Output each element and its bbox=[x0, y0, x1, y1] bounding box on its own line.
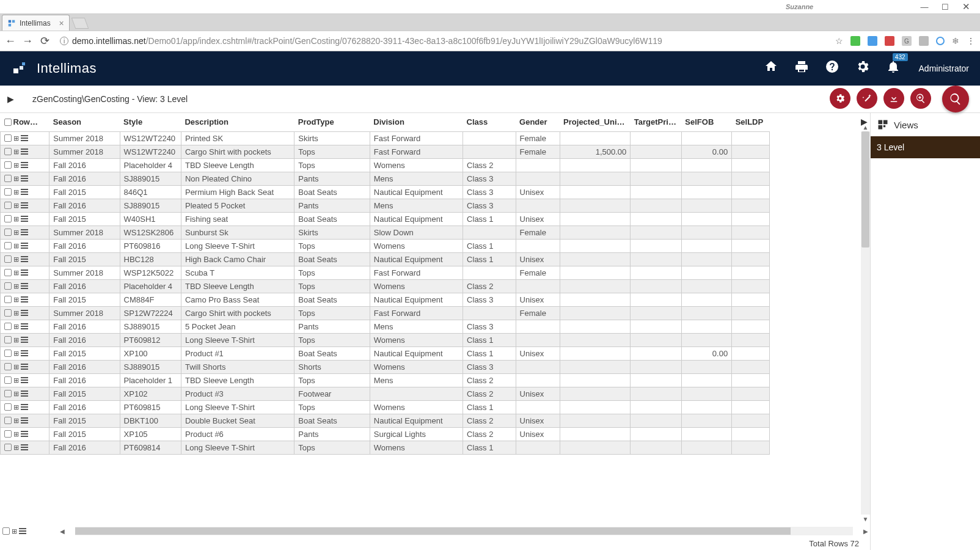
row-controls[interactable]: ⊞ bbox=[4, 336, 45, 344]
table-row[interactable]: ⊞Fall 2016SJ889015Pleated 5 PocketPantsM… bbox=[1, 199, 770, 212]
row-controls[interactable]: ⊞ bbox=[4, 188, 45, 196]
browser-menu-icon[interactable]: ⋮ bbox=[967, 36, 975, 46]
column-header-target[interactable]: TargetPri… bbox=[631, 113, 681, 131]
settings-gear-button[interactable] bbox=[830, 88, 850, 109]
column-header-selldp[interactable]: SelLDP bbox=[732, 113, 770, 131]
extension-icon[interactable] bbox=[936, 37, 945, 45]
table-row[interactable]: ⊞Summer 2018WS12WT2240Printed SKSkirtsFa… bbox=[1, 131, 770, 145]
table-row[interactable]: ⊞Fall 2016Placeholder 4TBD Sleeve Length… bbox=[1, 279, 770, 293]
download-button[interactable] bbox=[883, 88, 904, 109]
row-controls[interactable]: ⊞ bbox=[4, 390, 45, 398]
app-logo[interactable]: Intellimas bbox=[11, 60, 97, 77]
row-controls[interactable]: ⊞ bbox=[4, 255, 45, 263]
table-row[interactable]: ⊞Fall 2016PT609815Long Sleeve T-ShirtTop… bbox=[1, 400, 770, 414]
column-header-class[interactable]: Class bbox=[463, 113, 516, 131]
extension-icon[interactable]: ❄ bbox=[952, 36, 959, 46]
url-input[interactable]: i demo.intellimas.net/Demo01/app/index.c… bbox=[56, 34, 829, 48]
row-controls[interactable]: ⊞ bbox=[4, 229, 45, 237]
table-row[interactable]: ⊞Fall 2015846Q1Permium High Back SeatBoa… bbox=[1, 185, 770, 199]
vertical-scrollbar[interactable]: ▲ ▼ bbox=[861, 131, 870, 515]
table-row[interactable]: ⊞Summer 2018WSP12K5022Scuba TTopsFast Fo… bbox=[1, 266, 770, 279]
extension-icon[interactable]: G bbox=[902, 36, 912, 46]
settings-icon[interactable] bbox=[855, 59, 870, 78]
table-row[interactable]: ⊞Fall 2015XP102Product #3FootwearClass 2… bbox=[1, 387, 770, 400]
table-row[interactable]: ⊞Fall 2016PT609812Long Sleeve T-ShirtTop… bbox=[1, 333, 770, 346]
column-header-division[interactable]: Division bbox=[370, 113, 463, 131]
print-icon[interactable] bbox=[794, 59, 809, 78]
browser-tab[interactable]: Intellimas × bbox=[2, 15, 70, 31]
column-header-projected[interactable]: Projected_Uni… bbox=[560, 113, 631, 131]
row-controls[interactable]: ⊞ bbox=[4, 134, 45, 142]
column-header-description[interactable]: Description bbox=[181, 113, 294, 131]
scroll-left-icon[interactable]: ◀ bbox=[58, 528, 67, 535]
column-header-season[interactable]: Season bbox=[49, 113, 120, 131]
table-row[interactable]: ⊞Fall 2016SJ8890155 Pocket JeanPantsMens… bbox=[1, 320, 770, 333]
row-controls[interactable]: ⊞ bbox=[4, 175, 45, 183]
row-controls[interactable]: ⊞ bbox=[4, 148, 45, 156]
wand-button[interactable] bbox=[857, 88, 877, 109]
table-row[interactable]: ⊞Fall 2015CM884FCamo Pro Bass SeatBoat S… bbox=[1, 293, 770, 306]
back-button[interactable]: ← bbox=[5, 35, 16, 48]
column-header-selfob[interactable]: SelFOB bbox=[681, 113, 731, 131]
search-button[interactable] bbox=[942, 86, 969, 112]
notifications-icon[interactable]: 432 bbox=[886, 59, 901, 78]
home-icon[interactable] bbox=[764, 59, 778, 78]
table-row[interactable]: ⊞Summer 2018WS12SK2806Sunburst SkSkirtsS… bbox=[1, 226, 770, 239]
tab-close-icon[interactable]: × bbox=[59, 18, 64, 28]
row-controls[interactable]: ⊞ bbox=[4, 417, 45, 425]
row-controls[interactable]: ⊞ bbox=[4, 269, 45, 277]
table-row[interactable]: ⊞Fall 2016PT609814Long Sleeve T-ShirtTop… bbox=[1, 441, 770, 454]
scroll-down-icon[interactable]: ▼ bbox=[861, 515, 870, 523]
row-controls[interactable]: ⊞ bbox=[4, 242, 45, 250]
column-header-gender[interactable]: Gender bbox=[516, 113, 560, 131]
extension-icon[interactable] bbox=[868, 36, 877, 46]
row-controls[interactable]: ⊞ bbox=[2, 527, 26, 535]
breadcrumb-expand-icon[interactable]: ▶ bbox=[7, 94, 14, 104]
zoom-button[interactable] bbox=[910, 88, 931, 109]
table-row[interactable]: ⊞Summer 2018SP12W72224Cargo Shirt with p… bbox=[1, 306, 770, 320]
table-row[interactable]: ⊞Fall 2016Placeholder 4TBD Sleeve Length… bbox=[1, 158, 770, 172]
column-header-prodtype[interactable]: ProdType bbox=[294, 113, 370, 131]
reload-button[interactable]: ⟳ bbox=[39, 34, 50, 48]
row-controls[interactable]: ⊞ bbox=[4, 430, 45, 438]
row-controls[interactable]: ⊞ bbox=[4, 215, 45, 223]
table-row[interactable]: ⊞Fall 2016Placeholder 1TBD Sleeve Length… bbox=[1, 373, 770, 387]
horizontal-scrollbar[interactable] bbox=[75, 527, 853, 535]
views-panel-header[interactable]: Views bbox=[871, 113, 980, 136]
row-controls[interactable]: ⊞ bbox=[4, 403, 45, 411]
row-controls[interactable]: ⊞ bbox=[4, 202, 45, 210]
view-item-3-level[interactable]: 3 Level bbox=[871, 136, 980, 158]
row-controls[interactable]: ⊞ bbox=[4, 282, 45, 290]
scrollbar-thumb[interactable] bbox=[861, 131, 869, 248]
extension-icon[interactable] bbox=[850, 36, 860, 46]
table-row[interactable]: ⊞Fall 2016SJ889015Twill ShortsShortsWome… bbox=[1, 360, 770, 373]
user-role-label[interactable]: Administrator bbox=[919, 64, 969, 73]
row-controls[interactable]: ⊞ bbox=[4, 350, 45, 358]
forward-button[interactable]: → bbox=[22, 35, 33, 48]
table-row[interactable]: ⊞Fall 2015HBC128High Back Camo ChairBoat… bbox=[1, 252, 770, 266]
row-controls[interactable]: ⊞ bbox=[4, 376, 45, 384]
table-row[interactable]: ⊞Fall 2016PT609816Long Sleeve T-ShirtTop… bbox=[1, 239, 770, 252]
table-row[interactable]: ⊞Fall 2015DBKT100Double Bucket SeatBoat … bbox=[1, 414, 770, 427]
table-row[interactable]: ⊞Fall 2015XP105Product #6PantsSurgical L… bbox=[1, 427, 770, 441]
scroll-up-icon[interactable]: ▲ bbox=[861, 123, 870, 131]
row-controls[interactable]: ⊞ bbox=[4, 296, 45, 304]
window-maximize-button[interactable]: ☐ bbox=[935, 1, 956, 13]
column-header-row-controls[interactable]: Row… bbox=[1, 113, 49, 131]
row-controls[interactable]: ⊞ bbox=[4, 309, 45, 317]
scroll-right-icon[interactable]: ▶ bbox=[861, 528, 870, 535]
bookmark-star-icon[interactable]: ☆ bbox=[835, 36, 843, 46]
table-row[interactable]: ⊞Summer 2018WS12WT2240Cargo Shirt with p… bbox=[1, 145, 770, 158]
help-icon[interactable] bbox=[825, 59, 839, 78]
extension-icon[interactable] bbox=[919, 36, 929, 46]
row-controls[interactable]: ⊞ bbox=[4, 444, 45, 452]
site-info-icon[interactable]: i bbox=[60, 37, 68, 45]
column-header-style[interactable]: Style bbox=[120, 113, 181, 131]
new-tab-button[interactable] bbox=[71, 18, 89, 29]
row-controls[interactable]: ⊞ bbox=[4, 323, 45, 331]
window-minimize-button[interactable]: — bbox=[914, 1, 935, 13]
table-row[interactable]: ⊞Fall 2016SJ889015Non Pleated ChinoPants… bbox=[1, 172, 770, 185]
window-close-button[interactable]: ✕ bbox=[956, 1, 976, 13]
table-row[interactable]: ⊞Fall 2015XP100Product #1Boat SeatsNauti… bbox=[1, 346, 770, 360]
extension-icon[interactable] bbox=[885, 36, 894, 46]
